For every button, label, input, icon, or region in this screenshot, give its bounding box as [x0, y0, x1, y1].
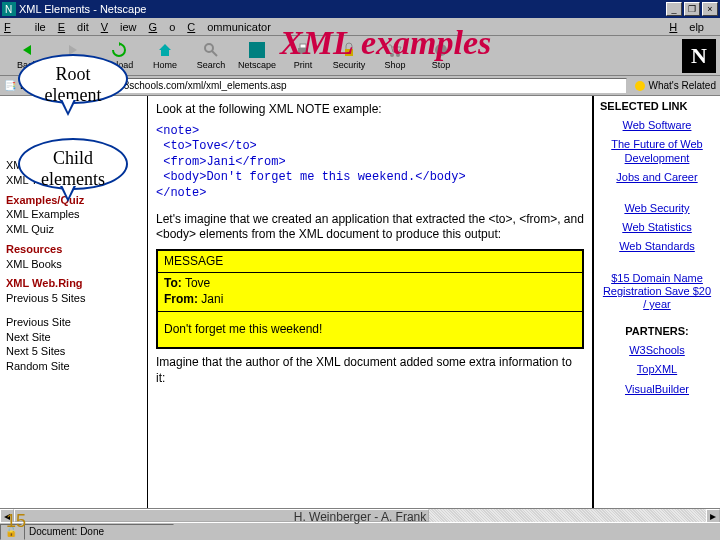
svg-rect-4: [249, 42, 265, 58]
message-box: MESSAGE To: Tove From: Jani Don't forget…: [156, 249, 584, 349]
callout-child: Child elements: [18, 138, 128, 190]
nav-item[interactable]: XML Quiz: [6, 223, 141, 237]
nav-item[interactable]: Random Site: [6, 360, 141, 374]
sidebar-link[interactable]: Jobs and Career: [600, 171, 714, 184]
nav-item[interactable]: Next 5 Sites: [6, 345, 141, 359]
netscape-logo: N: [682, 39, 716, 73]
home-button[interactable]: Home: [142, 38, 188, 74]
callout-root: Root element: [18, 54, 128, 104]
menu-communicator[interactable]: Communicator: [187, 21, 271, 33]
svg-line-3: [212, 51, 217, 56]
statusbar: 🔓 Document: Done: [0, 522, 720, 540]
menu-view[interactable]: View: [101, 21, 137, 33]
window-title: XML Elements - Netscape: [19, 3, 146, 15]
svg-point-11: [635, 81, 645, 91]
url-input[interactable]: [65, 78, 627, 94]
slide-number: 15: [6, 511, 26, 532]
sidebar-link[interactable]: VisualBuilder: [600, 383, 714, 396]
menu-help[interactable]: Help: [669, 21, 704, 33]
right-sidebar: SELECTED LINK Web Software The Future of…: [592, 96, 720, 520]
message-addresses: To: Tove From: Jani: [158, 273, 582, 311]
bookmark-icon[interactable]: 📑: [4, 80, 16, 91]
status-text: Document: Done: [24, 524, 174, 540]
restore-button[interactable]: ❐: [684, 2, 700, 16]
sidebar-link[interactable]: W3Schools: [600, 344, 714, 357]
intro-text: Look at the following XML NOTE example:: [156, 102, 584, 118]
sidebar-header: PARTNERS:: [600, 325, 714, 338]
menu-go[interactable]: Go: [149, 21, 176, 33]
nav-item[interactable]: Previous Site: [6, 316, 141, 330]
netscape-button[interactable]: Netscape: [234, 38, 280, 74]
nav-item[interactable]: Next Site: [6, 331, 141, 345]
sidebar-link[interactable]: The Future of Web Development: [600, 138, 714, 164]
sidebar-link[interactable]: Web Statistics: [600, 221, 714, 234]
sidebar-link[interactable]: Web Security: [600, 202, 714, 215]
sidebar-link[interactable]: TopXML: [600, 363, 714, 376]
sidebar-link[interactable]: $15 Domain Name Registration Save $20 / …: [600, 272, 714, 312]
paragraph: Let's imagine that we created an applica…: [156, 212, 584, 243]
main-content: Look at the following XML NOTE example: …: [148, 96, 592, 520]
slide-title: XML examples: [280, 24, 491, 62]
minimize-button[interactable]: _: [666, 2, 682, 16]
nav-header: XML Web.Ring: [6, 277, 141, 291]
paragraph: Imagine that the author of the XML docum…: [156, 355, 584, 386]
sidebar-link[interactable]: Web Software: [600, 119, 714, 132]
xml-code: <note> <to>Tove</to> <from>Jani</from> <…: [156, 124, 584, 202]
svg-text:N: N: [5, 4, 12, 15]
netscape-icon: N: [2, 2, 16, 16]
sidebar-link[interactable]: Web Standards: [600, 240, 714, 253]
svg-point-2: [205, 44, 213, 52]
message-body: Don't forget me this weekend!: [158, 312, 582, 348]
menu-file[interactable]: File: [4, 21, 46, 33]
footer-credit: H. Weinberger - A. Frank: [0, 510, 720, 524]
menu-edit[interactable]: Edit: [58, 21, 89, 33]
sidebar-header: SELECTED LINK: [600, 100, 714, 113]
titlebar: N XML Elements - Netscape _ ❐ ×: [0, 0, 720, 18]
search-button[interactable]: Search: [188, 38, 234, 74]
nav-item[interactable]: XML Books: [6, 258, 141, 272]
whats-related[interactable]: What's Related: [633, 79, 717, 93]
nav-header: Resources: [6, 243, 141, 257]
close-button[interactable]: ×: [702, 2, 718, 16]
nav-item[interactable]: Previous 5 Sites: [6, 292, 141, 306]
message-header: MESSAGE: [158, 251, 582, 274]
nav-item[interactable]: XML Examples: [6, 208, 141, 222]
